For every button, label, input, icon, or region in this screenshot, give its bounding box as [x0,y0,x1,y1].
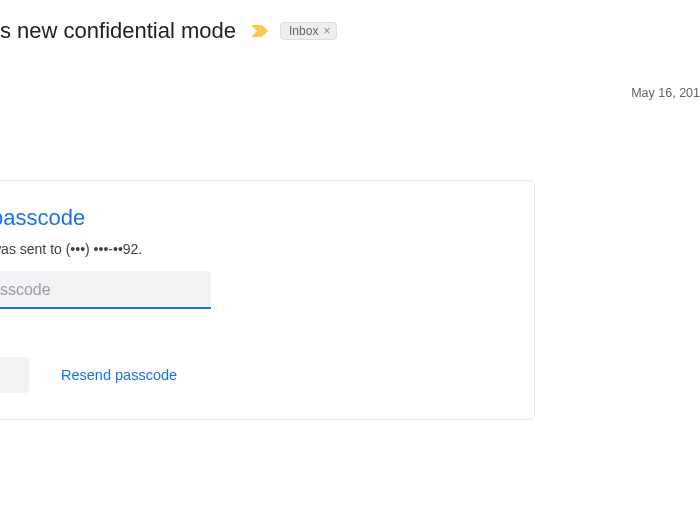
dialog-actions: Resend passcode [0,357,508,393]
close-icon[interactable]: × [323,24,330,38]
email-header: s new confidential mode Inbox × [0,0,700,44]
email-subject: s new confidential mode [0,18,236,44]
passcode-title: passcode [0,205,508,231]
passcode-card: passcode was sent to (•••) •••-••92. Res… [0,180,535,420]
email-date: May 16, 201 [631,86,700,100]
passcode-input[interactable] [0,271,211,309]
label-text: Inbox [289,24,318,38]
important-marker-icon[interactable] [250,24,270,38]
resend-passcode-button[interactable]: Resend passcode [51,359,187,391]
inbox-label-chip[interactable]: Inbox × [280,22,337,40]
passcode-message: was sent to (•••) •••-••92. [0,241,508,257]
submit-button[interactable] [0,357,29,393]
